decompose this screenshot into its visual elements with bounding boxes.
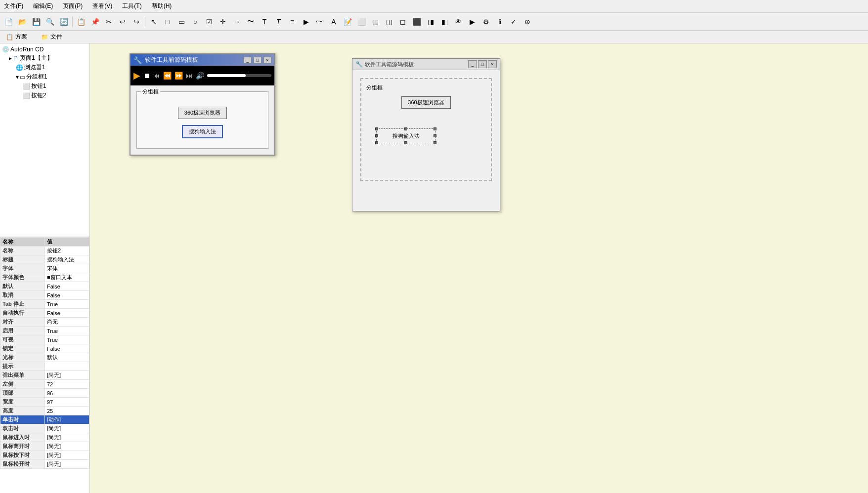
handle-bm[interactable] [404,141,407,144]
prop-row-9[interactable]: 启用True [0,327,89,335]
right-btn-browser[interactable]: 360极速浏览器 [401,96,450,109]
prop-row-20[interactable]: 双击时[尚无] [0,424,89,433]
tb-run[interactable]: ▶ [466,15,478,28]
menu-file[interactable]: 文件(F) [2,1,25,11]
win-minimize[interactable]: _ [244,57,252,64]
tb-more4[interactable]: ◻ [396,15,409,28]
prop-row-7[interactable]: 自动执行False [0,309,89,318]
tb-more6[interactable]: ◨ [424,15,437,28]
handle-tm[interactable] [404,127,407,130]
prop-row-3[interactable]: 字体颜色■窗口文本 [0,273,89,282]
win2-maximize[interactable]: □ [478,60,487,68]
tb-more5[interactable]: ⬛ [410,15,423,28]
tb-cursor[interactable]: ↖ [147,15,160,28]
tb-more1[interactable]: ⬜ [355,15,368,28]
prop-row-5[interactable]: 取消False [0,291,89,300]
handle-tr[interactable] [434,127,436,130]
prop-row-19[interactable]: 单击时[动作] [0,415,89,424]
tb-undo[interactable]: ↩ [116,15,129,28]
prop-row-2[interactable]: 字体宋体 [0,264,89,273]
tb-wave[interactable]: 〰 [313,15,326,28]
prop-row-1[interactable]: 标题搜狗输入法 [0,255,89,264]
tb-search[interactable]: 🔍 [43,15,56,28]
tb-preview[interactable]: 👁 [452,15,465,28]
rewind-icon[interactable]: ⏪ [163,72,172,80]
menu-edit[interactable]: 编辑(E) [31,1,55,11]
handle-bl[interactable] [375,141,378,144]
prev-icon[interactable]: ⏮ [153,72,160,80]
tb-label[interactable]: A [327,15,340,28]
win-close[interactable]: × [263,57,271,64]
tb-save[interactable]: 💾 [30,15,43,28]
tree-page1[interactable]: ▸ 🗋 页面1【主】 [2,53,87,63]
tree-browser1[interactable]: 🌐 浏览器1 [2,63,87,72]
tb-open[interactable]: 📂 [16,15,29,28]
tree-btn1[interactable]: ⬜ 按钮1 [2,82,87,91]
next-icon[interactable]: ⏭ [186,72,193,80]
tab-file[interactable]: 📁 文件 [38,32,65,42]
handle-tl[interactable] [375,127,378,130]
tree-root[interactable]: 💿 AutoRun CD [2,45,87,53]
tb-more3[interactable]: ◫ [383,15,395,28]
handle-br[interactable] [434,141,436,144]
menu-tools[interactable]: 工具(T) [120,1,143,11]
menu-help[interactable]: 帮助(H) [150,1,174,11]
tb-text[interactable]: T [258,15,271,28]
prop-row-22[interactable]: 鼠标离开时[尚无] [0,442,89,451]
tb-media[interactable]: ▶ [300,15,312,28]
handle-mr[interactable] [434,134,436,137]
prop-row-12[interactable]: 光标默认 [0,353,89,362]
prop-row-0[interactable]: 名称按钮2 [0,246,89,255]
tb-paste[interactable]: 📌 [88,15,101,28]
prop-row-17[interactable]: 宽度97 [0,398,89,407]
menu-view[interactable]: 查看(V) [90,1,114,11]
canvas-area[interactable]: 🔧 软件工具箱源码模板 _ □ × ▶ ⏹ ⏮ ⏪ ⏩ ⏭ 🔊 [90,43,868,493]
tb-textbox[interactable]: T [272,15,285,28]
menu-page[interactable]: 页面(P) [61,1,85,11]
prop-row-8[interactable]: 对齐尚无 [0,318,89,327]
tb-last[interactable]: ⊕ [521,15,534,28]
tb-ellipse[interactable]: ○ [189,15,202,28]
win-btn-sogou[interactable]: 搜狗输入法 [182,125,223,138]
tb-more7[interactable]: ◧ [438,15,451,28]
prop-row-15[interactable]: 左侧72 [0,380,89,389]
forward-icon[interactable]: ⏩ [174,72,183,80]
tb-new[interactable]: 📄 [2,15,15,28]
tb-arrow[interactable]: → [230,15,243,28]
prop-row-6[interactable]: Tab 停止True [0,300,89,309]
prop-row-14[interactable]: 弹出菜单[尚无] [0,371,89,380]
tb-info[interactable]: ℹ [493,15,506,28]
handle-ml[interactable] [375,134,378,137]
tb-settings[interactable]: ⚙ [479,15,492,28]
win-maximize[interactable]: □ [254,57,261,64]
tb-cut[interactable]: ✂ [102,15,115,28]
tree-groupbox1[interactable]: ▾ ▭ 分组框1 [2,72,87,82]
stop-icon[interactable]: ⏹ [143,72,150,80]
win-btn-browser[interactable]: 360极速浏览器 [178,107,227,119]
tb-more2[interactable]: ▦ [369,15,382,28]
tab-fangan[interactable]: 📋 方案 [3,32,30,42]
prop-row-23[interactable]: 鼠标按下时[尚无] [0,451,89,460]
prop-row-18[interactable]: 高度25 [0,407,89,415]
tb-cross[interactable]: ✛ [217,15,229,28]
tb-curve[interactable]: 〜 [244,15,257,28]
prop-row-11[interactable]: 锁定False [0,344,89,353]
volume-icon[interactable]: 🔊 [196,72,204,80]
prop-row-13[interactable]: 提示 [0,362,89,371]
play-icon[interactable]: ▶ [133,70,140,81]
tb-rounded-rect[interactable]: ▭ [175,15,188,28]
prop-row-16[interactable]: 顶部96 [0,389,89,398]
win2-close[interactable]: × [488,60,497,68]
prop-row-10[interactable]: 可视True [0,335,89,344]
win2-minimize[interactable]: _ [468,60,477,68]
tb-refresh[interactable]: 🔄 [57,15,70,28]
tb-check[interactable]: ☑ [203,15,216,28]
prop-row-4[interactable]: 默认False [0,282,89,291]
tb-rect[interactable]: □ [161,15,174,28]
tb-copy[interactable]: 📋 [75,15,87,28]
tb-check2[interactable]: ✓ [507,15,520,28]
tree-btn2[interactable]: ⬜ 按钮2 [2,91,87,100]
tb-redo[interactable]: ↪ [130,15,143,28]
prop-row-21[interactable]: 鼠标进入时[尚无] [0,433,89,442]
prop-row-24[interactable]: 鼠标松开时[尚无] [0,460,89,469]
